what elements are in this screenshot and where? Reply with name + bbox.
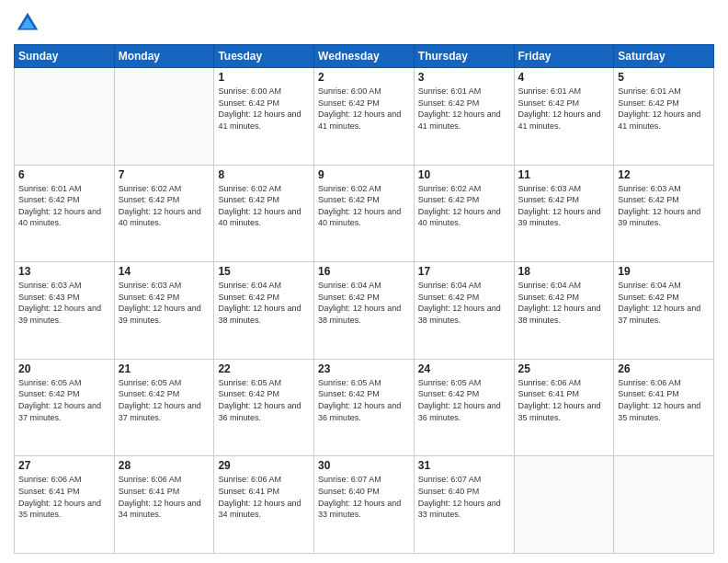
calendar-cell: 25Sunrise: 6:06 AMSunset: 6:41 PMDayligh… [514, 359, 614, 456]
day-number: 17 [418, 265, 510, 278]
day-number: 20 [18, 362, 110, 375]
day-info: Sunrise: 6:00 AMSunset: 6:42 PMDaylight:… [218, 86, 310, 132]
day-number: 13 [18, 265, 110, 278]
weekday-header-thursday: Thursday [414, 45, 514, 68]
day-info: Sunrise: 6:04 AMSunset: 6:42 PMDaylight:… [218, 280, 310, 326]
day-info: Sunrise: 6:01 AMSunset: 6:42 PMDaylight:… [618, 86, 710, 132]
day-info: Sunrise: 6:03 AMSunset: 6:42 PMDaylight:… [618, 183, 710, 229]
day-info: Sunrise: 6:05 AMSunset: 6:42 PMDaylight:… [418, 377, 510, 423]
calendar-cell [514, 456, 614, 554]
day-info: Sunrise: 6:00 AMSunset: 6:42 PMDaylight:… [318, 86, 410, 132]
calendar-cell: 23Sunrise: 6:05 AMSunset: 6:42 PMDayligh… [314, 359, 415, 456]
day-number: 31 [418, 459, 510, 472]
calendar-cell: 22Sunrise: 6:05 AMSunset: 6:42 PMDayligh… [214, 359, 314, 456]
day-number: 12 [618, 168, 710, 181]
day-number: 29 [218, 459, 310, 472]
day-info: Sunrise: 6:05 AMSunset: 6:42 PMDaylight:… [119, 377, 210, 423]
weekday-header-saturday: Saturday [614, 45, 714, 68]
day-info: Sunrise: 6:06 AMSunset: 6:41 PMDaylight:… [218, 474, 310, 520]
calendar-cell: 31Sunrise: 6:07 AMSunset: 6:40 PMDayligh… [414, 456, 514, 554]
day-number: 27 [18, 459, 110, 472]
calendar-cell: 14Sunrise: 6:03 AMSunset: 6:42 PMDayligh… [114, 262, 214, 360]
day-info: Sunrise: 6:07 AMSunset: 6:40 PMDaylight:… [318, 474, 410, 520]
calendar-cell [114, 68, 214, 166]
calendar-cell: 15Sunrise: 6:04 AMSunset: 6:42 PMDayligh… [214, 262, 314, 360]
day-info: Sunrise: 6:02 AMSunset: 6:42 PMDaylight:… [218, 183, 310, 229]
day-info: Sunrise: 6:04 AMSunset: 6:42 PMDaylight:… [518, 280, 610, 326]
day-number: 19 [618, 265, 710, 278]
calendar-cell: 21Sunrise: 6:05 AMSunset: 6:42 PMDayligh… [114, 359, 214, 456]
calendar-cell: 9Sunrise: 6:02 AMSunset: 6:42 PMDaylight… [314, 165, 415, 262]
day-number: 8 [218, 168, 310, 181]
day-number: 2 [318, 71, 410, 84]
calendar-cell: 6Sunrise: 6:01 AMSunset: 6:42 PMDaylight… [15, 165, 115, 262]
calendar-cell: 3Sunrise: 6:01 AMSunset: 6:42 PMDaylight… [414, 68, 514, 166]
day-info: Sunrise: 6:03 AMSunset: 6:42 PMDaylight:… [518, 183, 610, 229]
day-number: 5 [618, 71, 710, 84]
day-info: Sunrise: 6:04 AMSunset: 6:42 PMDaylight:… [618, 280, 710, 326]
day-info: Sunrise: 6:03 AMSunset: 6:42 PMDaylight:… [119, 280, 210, 326]
day-number: 14 [119, 265, 210, 278]
calendar-cell: 27Sunrise: 6:06 AMSunset: 6:41 PMDayligh… [15, 456, 115, 554]
logo-icon [14, 9, 41, 37]
day-info: Sunrise: 6:03 AMSunset: 6:43 PMDaylight:… [18, 280, 110, 326]
day-number: 10 [418, 168, 510, 181]
calendar-cell: 5Sunrise: 6:01 AMSunset: 6:42 PMDaylight… [614, 68, 714, 166]
day-info: Sunrise: 6:07 AMSunset: 6:40 PMDaylight:… [418, 474, 510, 520]
calendar-cell: 4Sunrise: 6:01 AMSunset: 6:42 PMDaylight… [514, 68, 614, 166]
day-info: Sunrise: 6:02 AMSunset: 6:42 PMDaylight:… [318, 183, 410, 229]
calendar-cell: 29Sunrise: 6:06 AMSunset: 6:41 PMDayligh… [214, 456, 314, 554]
calendar-cell: 20Sunrise: 6:05 AMSunset: 6:42 PMDayligh… [15, 359, 115, 456]
page: SundayMondayTuesdayWednesdayThursdayFrid… [0, 0, 728, 563]
day-number: 30 [318, 459, 410, 472]
calendar-week-4: 20Sunrise: 6:05 AMSunset: 6:42 PMDayligh… [15, 359, 714, 456]
day-number: 3 [418, 71, 510, 84]
day-info: Sunrise: 6:04 AMSunset: 6:42 PMDaylight:… [318, 280, 410, 326]
day-info: Sunrise: 6:05 AMSunset: 6:42 PMDaylight:… [318, 377, 410, 423]
day-info: Sunrise: 6:04 AMSunset: 6:42 PMDaylight:… [418, 280, 510, 326]
day-number: 15 [218, 265, 310, 278]
calendar-table: SundayMondayTuesdayWednesdayThursdayFrid… [14, 44, 714, 554]
calendar-cell: 7Sunrise: 6:02 AMSunset: 6:42 PMDaylight… [114, 165, 214, 262]
calendar-cell: 13Sunrise: 6:03 AMSunset: 6:43 PMDayligh… [15, 262, 115, 360]
calendar-week-5: 27Sunrise: 6:06 AMSunset: 6:41 PMDayligh… [15, 456, 714, 554]
day-number: 1 [218, 71, 310, 84]
day-info: Sunrise: 6:01 AMSunset: 6:42 PMDaylight:… [418, 86, 510, 132]
calendar-cell: 12Sunrise: 6:03 AMSunset: 6:42 PMDayligh… [614, 165, 714, 262]
day-info: Sunrise: 6:02 AMSunset: 6:42 PMDaylight:… [418, 183, 510, 229]
day-number: 16 [318, 265, 410, 278]
calendar-cell: 10Sunrise: 6:02 AMSunset: 6:42 PMDayligh… [414, 165, 514, 262]
calendar-cell: 18Sunrise: 6:04 AMSunset: 6:42 PMDayligh… [514, 262, 614, 360]
calendar-cell: 2Sunrise: 6:00 AMSunset: 6:42 PMDaylight… [314, 68, 415, 166]
day-number: 28 [119, 459, 210, 472]
day-number: 11 [518, 168, 610, 181]
calendar-cell: 11Sunrise: 6:03 AMSunset: 6:42 PMDayligh… [514, 165, 614, 262]
day-number: 25 [518, 362, 610, 375]
day-info: Sunrise: 6:06 AMSunset: 6:41 PMDaylight:… [18, 474, 110, 520]
weekday-header-sunday: Sunday [15, 45, 115, 68]
calendar-cell: 28Sunrise: 6:06 AMSunset: 6:41 PMDayligh… [114, 456, 214, 554]
day-info: Sunrise: 6:05 AMSunset: 6:42 PMDaylight:… [18, 377, 110, 423]
day-info: Sunrise: 6:01 AMSunset: 6:42 PMDaylight:… [18, 183, 110, 229]
calendar-cell: 17Sunrise: 6:04 AMSunset: 6:42 PMDayligh… [414, 262, 514, 360]
day-info: Sunrise: 6:06 AMSunset: 6:41 PMDaylight:… [618, 377, 710, 423]
calendar-cell [15, 68, 115, 166]
day-number: 18 [518, 265, 610, 278]
weekday-header-monday: Monday [114, 45, 214, 68]
calendar-week-3: 13Sunrise: 6:03 AMSunset: 6:43 PMDayligh… [15, 262, 714, 360]
calendar-cell: 8Sunrise: 6:02 AMSunset: 6:42 PMDaylight… [214, 165, 314, 262]
calendar-week-1: 1Sunrise: 6:00 AMSunset: 6:42 PMDaylight… [15, 68, 714, 166]
day-number: 23 [318, 362, 410, 375]
calendar-cell: 16Sunrise: 6:04 AMSunset: 6:42 PMDayligh… [314, 262, 415, 360]
calendar-cell: 26Sunrise: 6:06 AMSunset: 6:41 PMDayligh… [614, 359, 714, 456]
day-info: Sunrise: 6:02 AMSunset: 6:42 PMDaylight:… [119, 183, 210, 229]
day-info: Sunrise: 6:06 AMSunset: 6:41 PMDaylight:… [518, 377, 610, 423]
day-number: 6 [18, 168, 110, 181]
calendar-cell [614, 456, 714, 554]
day-number: 22 [218, 362, 310, 375]
day-number: 21 [119, 362, 210, 375]
day-number: 26 [618, 362, 710, 375]
day-number: 9 [318, 168, 410, 181]
day-info: Sunrise: 6:06 AMSunset: 6:41 PMDaylight:… [119, 474, 210, 520]
day-number: 4 [518, 71, 610, 84]
